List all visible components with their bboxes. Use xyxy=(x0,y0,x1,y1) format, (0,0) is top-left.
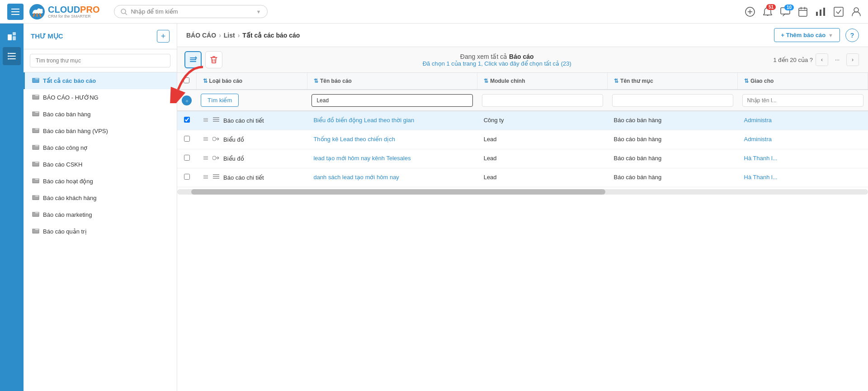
sidebar-title: THƯ MỤC xyxy=(31,32,63,40)
notifications-button[interactable]: 51 xyxy=(763,7,772,17)
sidebar-item-label: Báo cáo công nợ xyxy=(43,144,87,151)
row-checkbox[interactable] xyxy=(184,174,190,180)
svg-rect-29 xyxy=(190,59,196,60)
svg-point-42 xyxy=(212,137,216,141)
search-row-icon-cell: ⬦ xyxy=(177,90,196,111)
messages-button[interactable]: 10 xyxy=(780,7,790,16)
horizontal-scrollbar[interactable] xyxy=(177,189,868,195)
reports-table: ⇅Loại báo cáo ⇅Tên báo cáo ⇅Module chính… xyxy=(177,73,868,187)
row-sort-handle[interactable] xyxy=(203,136,209,143)
sidebar-item-khachhang[interactable]: Báo cáo khách hàng xyxy=(24,190,177,206)
svg-point-49 xyxy=(212,156,216,160)
left-nav-list[interactable] xyxy=(3,47,21,65)
row-sort-handle[interactable] xyxy=(203,174,209,181)
table-row: Biểu đồ Thống kê Lead theo chiến dịch Le… xyxy=(177,130,868,149)
sidebar-item-all[interactable]: Tất cả các báo cáo xyxy=(24,72,177,89)
search-giacho-cell xyxy=(738,90,868,111)
svg-rect-19 xyxy=(8,34,12,40)
sidebar-item-label: Báo cáo hoạt động xyxy=(43,178,93,185)
add-button[interactable] xyxy=(745,7,755,17)
left-nav-home[interactable] xyxy=(3,27,21,45)
next-page-button[interactable]: › xyxy=(846,53,859,66)
header-loai[interactable]: ⇅Loại báo cáo xyxy=(196,73,307,90)
profile-button[interactable] xyxy=(852,7,861,17)
nav-icons: 51 10 xyxy=(745,7,861,17)
menu-toggle-button[interactable] xyxy=(7,4,24,20)
svg-rect-0 xyxy=(11,9,19,10)
assignee-link[interactable]: Hà Thanh l... xyxy=(744,155,778,162)
logo-tagline: CRM for the SMARTER xyxy=(48,14,99,19)
calendar-button[interactable] xyxy=(798,7,807,17)
sidebar-item-quantri[interactable]: Báo cáo quản trị xyxy=(24,223,177,240)
folder-icon xyxy=(32,127,39,135)
sidebar-item-label: Tất cả các báo cáo xyxy=(43,77,96,84)
search-button[interactable]: Tìm kiếm xyxy=(201,94,239,107)
chart-icon xyxy=(212,136,220,142)
header-giacho[interactable]: ⇅Giao cho xyxy=(738,73,868,90)
search-icon xyxy=(121,9,127,15)
move-button[interactable] xyxy=(184,51,202,68)
sidebar-add-button[interactable]: + xyxy=(157,30,170,43)
row-checkbox[interactable] xyxy=(184,155,190,161)
help-button[interactable]: ? xyxy=(845,29,859,42)
assignee-link[interactable]: Administra xyxy=(744,136,772,143)
header-tenmuc[interactable]: ⇅Tên thư mục xyxy=(608,73,738,90)
search-tenmuc-input[interactable] xyxy=(612,94,733,107)
sidebar-item-huong[interactable]: BÁO CÁO - HƯỚNG xyxy=(24,89,177,106)
more-pages-button[interactable]: ··· xyxy=(831,53,844,66)
row-sort-handle[interactable] xyxy=(203,117,209,124)
search-ten-input[interactable] xyxy=(311,94,472,107)
breadcrumb-root[interactable]: BÁO CÁO xyxy=(186,32,216,39)
select-all-checkbox[interactable] xyxy=(184,77,189,83)
report-name-link[interactable]: danh sách lead tạo mới hôm nay xyxy=(313,174,399,181)
status-area: Đang xem tất cả Báo cáo Đã chọn 1 của tr… xyxy=(230,51,764,69)
delete-button[interactable] xyxy=(205,51,222,68)
folder-icon xyxy=(32,228,39,235)
list-icon xyxy=(212,174,220,180)
row-giacho: Hà Thanh l... xyxy=(738,168,868,187)
report-name-link[interactable]: lead tạo mới hôm nay kênh Telesales xyxy=(313,155,410,162)
breadcrumb-sep2: › xyxy=(238,32,240,39)
row-loai: Báo cáo chi tiết xyxy=(196,168,307,187)
sidebar-item-banhangvps[interactable]: Báo cáo bán hàng (VPS) xyxy=(24,123,177,139)
row-checkbox[interactable] xyxy=(184,136,190,142)
row-move-icon xyxy=(203,136,209,142)
row-checkbox[interactable] xyxy=(184,117,190,123)
row-sort-handle[interactable] xyxy=(203,155,209,162)
tasks-button[interactable] xyxy=(834,7,844,17)
main-layout: THƯ MỤC + Tất cả các báo cáo BÁO CÁO - H… xyxy=(0,24,868,391)
breadcrumb-level1[interactable]: List xyxy=(224,32,235,39)
list-icon xyxy=(212,117,220,123)
status-link[interactable]: Đã chọn 1 của trang 1, Click vào đây để … xyxy=(423,60,571,67)
search-giacho-input[interactable] xyxy=(742,94,863,107)
search-module-cell xyxy=(477,90,608,111)
search-input[interactable] xyxy=(131,8,252,15)
report-name-link[interactable]: Biểu đồ biến động Lead theo thời gian xyxy=(313,117,414,124)
header-ten[interactable]: ⇅Tên báo cáo xyxy=(307,73,477,90)
search-dropdown-icon: ▼ xyxy=(256,9,261,14)
row-module: Lead xyxy=(477,149,608,168)
search-bar[interactable]: ▼ xyxy=(114,5,268,18)
svg-rect-10 xyxy=(799,8,807,16)
assignee-link[interactable]: Hà Thanh l... xyxy=(744,174,778,181)
report-name-link[interactable]: Thống kê Lead theo chiến dịch xyxy=(313,136,395,143)
svg-rect-20 xyxy=(13,32,16,35)
sidebar-item-marketing[interactable]: Báo cáo marketing xyxy=(24,206,177,223)
svg-rect-17 xyxy=(834,7,843,16)
sidebar-header: THƯ MỤC + xyxy=(24,24,177,49)
sidebar-item-congno[interactable]: Báo cáo công nợ xyxy=(24,139,177,156)
sidebar-search-input[interactable] xyxy=(30,54,170,67)
search-module-input[interactable] xyxy=(482,94,603,107)
sidebar-item-banhang[interactable]: Báo cáo bán hàng xyxy=(24,106,177,123)
assignee-link[interactable]: Administra xyxy=(744,117,772,124)
prev-page-button[interactable]: ‹ xyxy=(816,53,828,66)
header-module[interactable]: ⇅Module chính xyxy=(477,73,608,90)
add-report-button[interactable]: + Thêm báo cáo ▼ xyxy=(774,28,840,42)
row-loai: Biểu đồ xyxy=(196,130,307,149)
sidebar-item-hoatdong[interactable]: Báo cáo hoạt động xyxy=(24,173,177,190)
row-checkbox-cell xyxy=(177,149,196,168)
table-row: Báo cáo chi tiết Biểu đồ biến động Lead … xyxy=(177,111,868,130)
sidebar-item-cskh[interactable]: Báo cáo CSKH xyxy=(24,156,177,173)
breadcrumb-bar: BÁO CÁO › List › Tất cả các báo cáo + Th… xyxy=(177,24,868,47)
analytics-button[interactable] xyxy=(816,7,826,16)
